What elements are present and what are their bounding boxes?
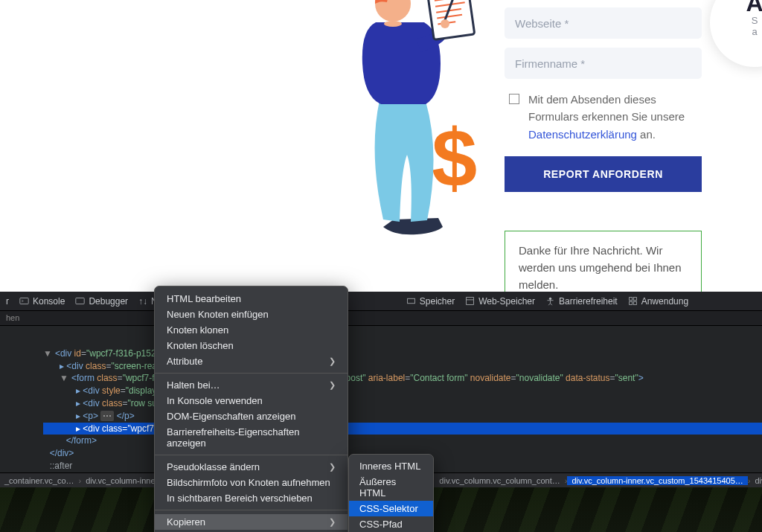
tab-accessibility[interactable]: Barrierefreiheit: [545, 296, 618, 307]
svg-rect-21: [633, 301, 636, 304]
dom-selected-node: ▸ <div class="wpcf7-res…: [43, 423, 762, 435]
privacy-link[interactable]: Datenschutzerklärung: [528, 128, 637, 141]
svg-point-9: [441, 19, 449, 28]
crumb[interactable]: _container.vc_co…: [0, 476, 79, 485]
devtools-search-bar[interactable]: hen: [0, 311, 762, 326]
copy-outer-html[interactable]: Äußeres HTML: [349, 474, 433, 501]
copy-inner-html[interactable]: Inneres HTML: [349, 458, 433, 474]
copy-css-path[interactable]: CSS-Pfad: [349, 516, 433, 532]
ctx-show-a11y[interactable]: Barrierefreiheits-Eigenschaften anzeigen: [155, 424, 348, 451]
ctx-show-dom-props[interactable]: DOM-Eigenschaften anzeigen: [155, 408, 348, 424]
svg-text:$: $: [432, 112, 477, 203]
ctx-edit-html[interactable]: HTML bearbeiten: [155, 291, 348, 307]
tab-console[interactable]: Konsole: [19, 296, 65, 307]
tab-memory[interactable]: Speicher: [406, 296, 455, 307]
ctx-attributes[interactable]: Attribute❯: [155, 353, 348, 369]
ctx-sep: [155, 373, 348, 374]
person-illustration: $: [342, 0, 491, 253]
svg-rect-14: [407, 298, 414, 304]
svg-rect-15: [467, 298, 474, 305]
tab-webstorage[interactable]: Web-Speicher: [465, 296, 535, 307]
side-badge: A S a: [710, 0, 762, 67]
tab-inspector-suffix[interactable]: r: [6, 296, 9, 307]
ctx-break-on[interactable]: Halten bei…❯: [155, 377, 348, 393]
webpage-area: $: [0, 0, 762, 294]
ctx-pseudo-class[interactable]: Pseudoklasse ändern❯: [155, 459, 348, 475]
devtools-tabs: r Konsole Debugger ↑↓Netz Speicher Web-S…: [0, 292, 762, 311]
submit-button[interactable]: REPORT ANFORDERN: [505, 156, 702, 192]
dom-tree[interactable]: ▼<div id="wpcf7-f316-p152… ▸ <div class=…: [0, 326, 762, 472]
ctx-delete-node[interactable]: Knoten löschen: [155, 338, 348, 353]
svg-point-17: [549, 298, 551, 300]
website-field[interactable]: [505, 7, 702, 39]
svg-point-11: [384, 21, 402, 27]
company-field[interactable]: [505, 48, 702, 79]
ctx-use-in-console[interactable]: In Konsole verwenden: [155, 393, 348, 408]
svg-rect-19: [633, 298, 636, 301]
ctx-clone-node[interactable]: Knoten klonen: [155, 322, 348, 338]
crumb[interactable]: div.vc_column-inner.: [81, 476, 164, 485]
contact-form: Mit dem Absenden dieses Formulars erkenn…: [505, 7, 702, 305]
crumb[interactable]: div.vc_column.vc_column_cont…: [435, 476, 564, 485]
ctx-copy[interactable]: Kopieren❯: [155, 514, 348, 530]
consent-checkbox[interactable]: [509, 94, 519, 104]
tab-application[interactable]: Anwendung: [628, 296, 688, 307]
consent-text: Mit dem Absenden dieses Formulars erkenn…: [528, 91, 702, 143]
ctx-sep: [155, 510, 348, 510]
ctx-sep: [155, 455, 348, 455]
crumb-selected[interactable]: div.vc_column-inner.vc_custom_1543415405…: [567, 476, 747, 485]
badge-letter: A: [746, 0, 762, 15]
copy-submenu: Inneres HTML Äußeres HTML CSS-Selektor C…: [348, 454, 434, 532]
ctx-scroll-into[interactable]: In sichtbaren Bereich verschieben: [155, 490, 348, 506]
svg-rect-12: [20, 298, 28, 304]
svg-rect-18: [629, 298, 632, 301]
consent-row: Mit dem Absenden dieses Formulars erkenn…: [509, 91, 702, 143]
ctx-screenshot[interactable]: Bildschirmfoto von Knoten aufnehmen: [155, 475, 348, 490]
copy-css-selector[interactable]: CSS-Selektor: [349, 501, 433, 516]
svg-point-10: [375, 0, 411, 22]
crumb[interactable]: div.wpb_wrapper: [750, 476, 762, 485]
tab-debugger[interactable]: Debugger: [75, 296, 128, 307]
ctx-insert-node[interactable]: Neuen Knoten einfügen: [155, 307, 348, 322]
svg-rect-13: [76, 298, 84, 304]
context-menu: HTML bearbeiten Neuen Knoten einfügen Kn…: [154, 286, 348, 532]
svg-rect-20: [629, 301, 632, 304]
